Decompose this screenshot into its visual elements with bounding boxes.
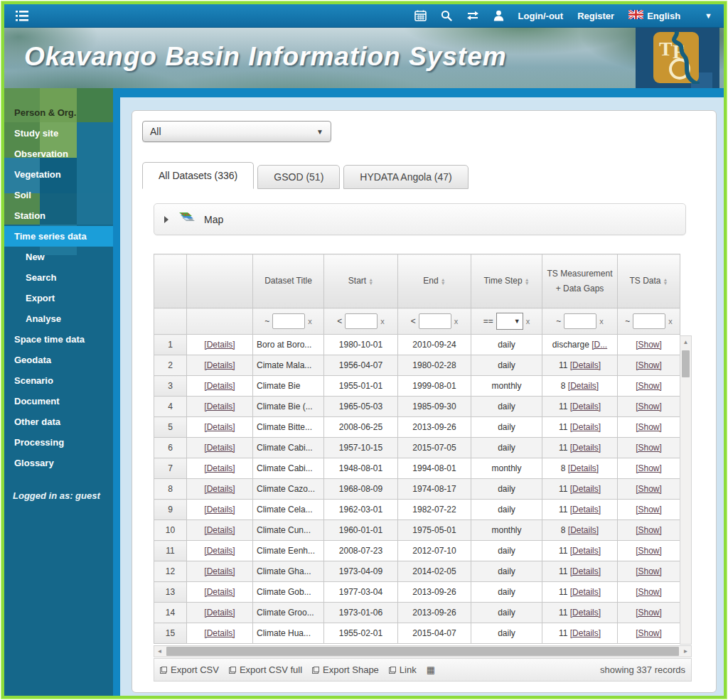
start-filter-input[interactable] [345,313,378,329]
col-time-step[interactable]: Time Step [471,254,542,308]
sidebar-item-soil[interactable]: Soil [4,185,113,205]
grid-view-icon[interactable]: ▦ [427,664,435,675]
ts-data-filter-input[interactable] [633,313,665,329]
measurement-details-link[interactable]: [Details] [568,525,599,535]
sidebar-item-export[interactable]: Export [4,288,113,308]
exchange-arrows-icon[interactable] [466,11,479,21]
export-shape-button[interactable]: Export Shape [312,664,379,675]
sidebar-item-glossary[interactable]: Glossary [4,453,113,473]
clear-filter-button[interactable]: x [526,317,530,325]
show-link[interactable]: [Show] [636,608,662,618]
details-link[interactable]: [Details] [204,628,235,638]
show-link[interactable]: [Show] [636,340,662,350]
tab-all-datasets-336[interactable]: All Datasets (336) [142,162,254,189]
export-csv-full-button[interactable]: Export CSV full [229,664,302,675]
measurement-details-link[interactable]: [Details] [570,360,601,370]
dataset-filter-select[interactable]: All ▼ [142,121,331,142]
details-link[interactable]: [Details] [204,463,235,473]
scroll-up-icon[interactable] [680,336,691,348]
tab-gsod-51[interactable]: GSOD (51) [257,165,340,189]
show-link[interactable]: [Show] [636,422,662,432]
language-caret-icon[interactable]: ▼ [705,11,712,20]
col-start[interactable]: Start [324,254,398,308]
sidebar-item-geodata[interactable]: Geodata [4,350,113,370]
user-icon[interactable] [493,10,504,21]
sort-icon[interactable] [525,278,530,286]
details-link[interactable]: [Details] [204,546,235,556]
export-csv-button[interactable]: Export CSV [160,664,219,675]
details-link[interactable]: [Details] [204,422,235,432]
show-link[interactable]: [Show] [636,463,662,473]
clear-filter-button[interactable]: x [308,317,312,325]
sort-icon[interactable] [663,278,668,286]
measurement-details-link[interactable]: [Details] [570,546,601,556]
sidebar-item-analyse[interactable]: Analyse [4,308,113,329]
sidebar-item-vegetation[interactable]: Vegetation [4,164,113,185]
details-link[interactable]: [Details] [204,525,235,535]
link-button[interactable]: Link [389,664,417,675]
horizontal-scroll-thumb[interactable] [166,647,679,656]
sidebar-item-study-site[interactable]: Study site [4,123,113,144]
show-link[interactable]: [Show] [636,484,662,494]
show-link[interactable]: [Show] [636,587,662,597]
language-selector[interactable]: English [628,10,680,21]
details-link[interactable]: [Details] [204,340,235,350]
sidebar-item-scenario[interactable]: Scenario [4,370,113,391]
measurement-details-link[interactable]: [Details] [570,608,601,618]
measurement-details-link[interactable]: [Details] [570,505,601,515]
clear-filter-button[interactable]: x [380,317,385,325]
measurement-details-link[interactable]: [Details] [570,587,601,597]
sidebar-item-processing[interactable]: Processing [4,432,113,453]
end-filter-input[interactable] [419,313,451,329]
col-end[interactable]: End [398,254,471,308]
title-filter-input[interactable] [272,313,305,329]
scroll-right-icon[interactable] [680,648,691,655]
measurement-details-link[interactable]: [D... [592,340,607,350]
measurement-details-link[interactable]: [Details] [568,381,599,391]
sidebar-item-space-time-data[interactable]: Space time data [4,329,113,350]
vertical-scrollbar[interactable] [680,335,692,645]
clear-filter-button[interactable]: x [599,317,604,325]
show-link[interactable]: [Show] [636,360,662,370]
measurement-details-link[interactable]: [Details] [570,422,601,432]
details-link[interactable]: [Details] [204,443,235,453]
sort-icon[interactable] [368,278,373,286]
details-link[interactable]: [Details] [204,587,235,597]
measurement-details-link[interactable]: [Details] [570,628,601,638]
show-link[interactable]: [Show] [636,443,662,453]
show-link[interactable]: [Show] [636,381,662,391]
show-link[interactable]: [Show] [636,628,662,638]
details-link[interactable]: [Details] [204,566,235,576]
search-icon[interactable] [441,10,452,21]
details-link[interactable]: [Details] [204,360,235,370]
sidebar-item-search[interactable]: Search [4,267,113,288]
col-dataset-title[interactable]: Dataset Title [253,254,324,308]
show-link[interactable]: [Show] [636,505,662,515]
expand-triangle-icon[interactable] [164,216,168,223]
sidebar-item-document[interactable]: Document [4,391,113,411]
show-link[interactable]: [Show] [636,566,662,576]
measurement-details-link[interactable]: [Details] [570,402,601,411]
time-step-filter-select[interactable]: ▼ [496,313,523,330]
sidebar-item-station[interactable]: Station [4,205,113,226]
col-ts-data[interactable]: TS Data [618,254,680,308]
details-link[interactable]: [Details] [204,402,235,411]
clear-filter-button[interactable]: x [668,317,673,325]
menu-list-icon[interactable] [16,11,28,21]
tab-hydata-angola-47[interactable]: HYDATA Angola (47) [343,165,468,189]
details-link[interactable]: [Details] [204,381,235,391]
login-link[interactable]: Login/-out [518,11,564,21]
scroll-left-icon[interactable] [154,648,165,655]
sidebar-item-other-data[interactable]: Other data [4,411,113,432]
measurement-details-link[interactable]: [Details] [570,566,601,576]
show-link[interactable]: [Show] [636,402,662,411]
sidebar-item-person-org[interactable]: Person & Org. [4,102,113,123]
show-link[interactable]: [Show] [636,525,662,535]
col-ts-measurement[interactable]: TS Measurement + Data Gaps [542,254,618,308]
measurement-details-link[interactable]: [Details] [570,443,601,453]
vertical-scroll-thumb[interactable] [682,350,690,377]
details-link[interactable]: [Details] [204,484,235,494]
show-link[interactable]: [Show] [636,546,662,556]
clear-filter-button[interactable]: x [454,317,459,325]
measurement-filter-input[interactable] [564,313,596,329]
